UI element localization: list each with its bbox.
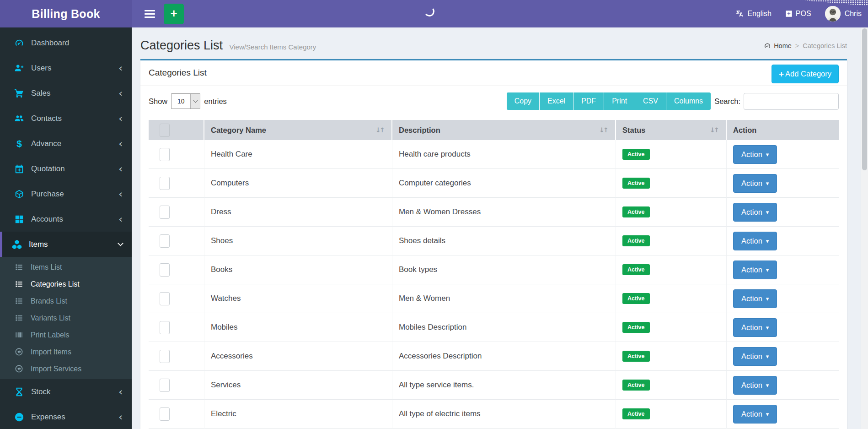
page-scrollbar[interactable] [861,27,868,429]
sidebar-submenu-items: Items ListCategories ListBrands ListVari… [0,257,132,379]
status-cell: Active [616,313,727,342]
row-checkbox[interactable] [160,379,170,392]
user-avatar [825,6,841,22]
row-checkbox[interactable] [160,321,170,334]
export-print-button[interactable]: Print [604,92,635,110]
action-dropdown-button[interactable]: Action▾ [733,261,777,279]
sidebar-item-stock[interactable]: Stock‹ [0,379,132,404]
categories-panel: Categories List + Add Category Show 10 e… [140,59,847,429]
action-cell: Action▾ [727,227,839,255]
sidebar-item-label: Sales [31,89,118,98]
sidebar-subitem-import-services[interactable]: Import Services [0,360,132,377]
page-length-value: 10 [171,94,190,109]
status-badge: Active [622,293,650,304]
breadcrumb-home[interactable]: Home [764,42,792,49]
row-checkbox[interactable] [160,148,170,161]
page-length-control: Show 10 entries [149,93,227,109]
sidebar-toggle-icon[interactable] [139,0,160,27]
action-dropdown-button[interactable]: Action▾ [733,318,777,337]
action-dropdown-button[interactable]: Action▾ [733,174,777,193]
sidebar-item-sales[interactable]: Sales‹ [0,81,132,106]
top-navbar: Billing Book + English POS [0,0,868,27]
page-heading: Categories List View/Search Items Catego… [140,38,316,53]
language-menu[interactable]: English [736,10,771,18]
sidebar-item-expenses[interactable]: Expenses‹ [0,404,132,429]
pos-menu[interactable]: POS [785,10,811,18]
row-checkbox[interactable] [160,292,170,305]
export-pdf-button[interactable]: PDF [573,92,604,110]
select-all-checkbox[interactable] [160,124,170,137]
sort-icon[interactable]: ↓↑ [375,126,385,134]
sidebar-item-dashboard[interactable]: Dashboard [0,30,132,55]
sidebar-item-label: Accounts [31,215,118,224]
action-cell: Action▾ [727,342,839,371]
chevron-left-icon: ‹ [118,114,123,124]
row-checkbox[interactable] [160,177,170,190]
caret-down-icon: ▾ [766,180,769,187]
sidebar-subitem-import-items[interactable]: Import Items [0,343,132,360]
sidebar-subitem-items-list[interactable]: Items List [0,259,132,276]
status-badge: Active [622,351,650,362]
action-dropdown-button[interactable]: Action▾ [733,347,777,366]
import-icon [15,364,26,373]
hourglass-icon [13,387,25,397]
sidebar-subitem-categories-list[interactable]: Categories List [0,276,132,293]
row-checkbox[interactable] [160,350,170,363]
sidebar-item-advance[interactable]: $Advance‹ [0,131,132,156]
table-row: Health Care Health care products Active … [149,140,839,169]
page-length-select[interactable]: 10 [171,93,200,109]
scrollbar-thumb[interactable] [862,28,867,170]
loading-spinner-icon [424,6,435,17]
sort-icon[interactable]: ↓↑ [710,126,719,134]
sidebar-item-contacts[interactable]: Contacts‹ [0,106,132,131]
action-dropdown-button[interactable]: Action▾ [733,145,777,164]
column-header-description[interactable]: Description↓↑ [392,120,616,140]
select-arrow-icon [190,94,200,109]
entries-label: entries [204,97,227,106]
search-input[interactable] [744,93,839,110]
brand-logo[interactable]: Billing Book [0,0,132,27]
user-menu[interactable]: Chris [825,6,862,22]
action-dropdown-button[interactable]: Action▾ [733,289,777,308]
category-name-cell: Shoes [204,227,392,255]
sort-icon[interactable]: ↓↑ [599,126,609,134]
column-header-status[interactable]: Status↓↑ [616,120,727,140]
category-name-cell: Books [204,255,392,284]
navbar-right: English POS Chris [736,0,862,27]
table-row: Electric All type of electric items Acti… [149,400,839,429]
export-csv-button[interactable]: CSV [635,92,666,110]
sidebar-subitem-variants-list[interactable]: Variants List [0,310,132,326]
action-dropdown-button[interactable]: Action▾ [733,203,777,222]
plus-icon: + [779,69,784,79]
action-dropdown-button[interactable]: Action▾ [733,405,777,424]
dashboard-icon [764,42,771,49]
sidebar-item-label: Contacts [31,114,118,123]
row-checkbox[interactable] [160,206,170,219]
sidebar-subitem-print-labels[interactable]: Print Labels [0,326,132,343]
table-row: Dress Men & Women Dresses Active Action▾ [149,198,839,227]
select-all-header-cell [149,120,204,140]
export-excel-button[interactable]: Excel [540,92,573,110]
row-checkbox[interactable] [160,407,170,421]
action-dropdown-button[interactable]: Action▾ [733,376,777,395]
sidebar-item-quotation[interactable]: Quotation‹ [0,156,132,181]
sidebar-item-accounts[interactable]: Accounts‹ [0,206,132,232]
action-dropdown-button[interactable]: Action▾ [733,232,777,250]
row-checkbox[interactable] [160,263,170,277]
description-cell: Shoes details [392,227,616,255]
action-cell: Action▾ [727,371,839,400]
action-label: Action [741,208,762,217]
export-columns-button[interactable]: Columns [666,92,711,110]
description-cell: All type of electric items [392,400,616,429]
sidebar-item-items[interactable]: Items [0,232,132,257]
export-copy-button[interactable]: Copy [507,92,540,110]
quick-add-button[interactable]: + [164,4,184,24]
sidebar-subitem-brands-list[interactable]: Brands List [0,293,132,310]
sidebar-item-purchase[interactable]: Purchase‹ [0,181,132,206]
column-header-category-name[interactable]: Category Name↓↑ [204,120,392,140]
sidebar-item-users[interactable]: Users‹ [0,55,132,81]
export-button-group: CopyExcelPDFPrintCSVColumns [507,92,711,110]
add-category-button[interactable]: + Add Category [772,65,839,83]
category-name-cell: Watches [204,284,392,313]
row-checkbox[interactable] [160,234,170,248]
